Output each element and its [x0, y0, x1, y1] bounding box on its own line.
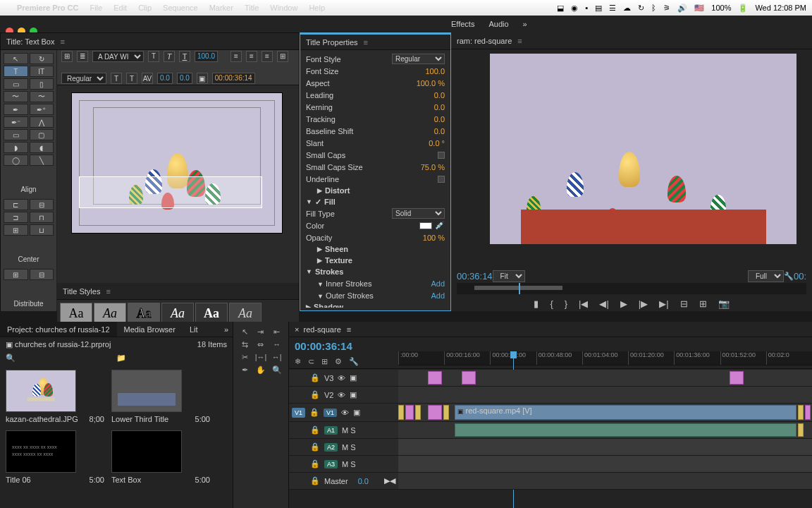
- font-weight-select[interactable]: Regular: [61, 73, 106, 84]
- clip[interactable]: [428, 371, 442, 385]
- tab-project[interactable]: Project: churches of russia-12: [0, 322, 117, 337]
- style-swatch[interactable]: Aa: [128, 303, 160, 324]
- panel-menu-icon[interactable]: ≡: [364, 38, 368, 47]
- track-select-fwd-icon[interactable]: ⇥: [254, 326, 269, 337]
- fill-type-select[interactable]: Solid: [392, 208, 445, 219]
- sheen-label[interactable]: Sheen: [325, 245, 348, 253]
- toggle-output-icon[interactable]: 👁: [341, 409, 349, 417]
- track-label[interactable]: V1: [324, 409, 337, 417]
- kerning-value[interactable]: 0.0: [434, 103, 445, 111]
- bluetooth-icon[interactable]: ᛒ: [651, 4, 656, 12]
- menu-help[interactable]: Help: [309, 4, 325, 12]
- expand-icon[interactable]: ▶: [306, 303, 311, 308]
- align-vcenter-icon[interactable]: ⊞: [4, 224, 28, 236]
- mute-solo[interactable]: M S: [342, 460, 356, 468]
- battery-icon[interactable]: 🔋: [738, 4, 748, 13]
- track-select-back-icon[interactable]: ⇤: [269, 326, 284, 337]
- project-item[interactable]: xxxx xx xxxx xx xxxxxxxx xxxxx xx xxxx T…: [6, 430, 104, 484]
- sync-lock-icon[interactable]: ▣: [350, 373, 357, 382]
- style-swatch[interactable]: Aa: [229, 303, 262, 324]
- lock-icon[interactable]: 🔒: [310, 390, 320, 399]
- settings-icon[interactable]: 🔧: [784, 272, 794, 281]
- search-icon[interactable]: 🔍: [6, 353, 16, 362]
- expand-icon[interactable]: ▶: [317, 187, 322, 194]
- panel-menu-icon[interactable]: ≡: [106, 287, 110, 296]
- linked-selection-icon[interactable]: ⊂: [308, 357, 314, 366]
- small-caps-size-value[interactable]: 75.0 %: [421, 163, 445, 171]
- tl-settings-icon[interactable]: ⚙: [335, 357, 342, 366]
- ripple-edit-icon[interactable]: ⇆: [238, 339, 252, 350]
- kern-val-1[interactable]: 0.0: [157, 73, 173, 84]
- text-box-selection[interactable]: [79, 176, 262, 208]
- mark-in-button[interactable]: {: [550, 298, 553, 309]
- collapse-icon[interactable]: ▼: [317, 281, 324, 288]
- volume-icon[interactable]: 🔊: [677, 4, 687, 13]
- color-swatch[interactable]: [419, 222, 432, 229]
- leading-value[interactable]: 0.0: [434, 91, 445, 99]
- project-item[interactable]: Text Box5:00: [111, 430, 210, 484]
- toggle-output-icon[interactable]: 👁: [338, 374, 345, 382]
- vertical-type-tool-icon[interactable]: IT: [30, 66, 54, 77]
- menu-window[interactable]: Window: [270, 4, 297, 12]
- align-top-icon[interactable]: ⊓: [30, 212, 54, 223]
- audio-clip[interactable]: [455, 423, 796, 437]
- tabs-overflow-icon[interactable]: »: [220, 325, 233, 334]
- extract-icon[interactable]: ⊞: [699, 298, 707, 309]
- area-type-tool-icon[interactable]: ▭: [4, 78, 28, 90]
- eyedropper-icon[interactable]: 💉: [435, 221, 445, 230]
- shadow-label[interactable]: Shadow: [314, 303, 343, 308]
- export-frame-icon[interactable]: 📷: [718, 298, 730, 309]
- menu-edit[interactable]: Edit: [113, 4, 127, 12]
- lock-icon[interactable]: 🔒: [310, 459, 320, 468]
- baseline-value[interactable]: 0.0: [434, 127, 445, 135]
- sync-icon[interactable]: ↻: [638, 4, 644, 13]
- wifi-icon[interactable]: ⚞: [663, 4, 670, 13]
- fit-select[interactable]: Fit: [493, 270, 525, 282]
- align-left-icon[interactable]: ⊏: [4, 199, 28, 210]
- sequence-name[interactable]: red-square: [304, 325, 341, 334]
- pen-tool-icon[interactable]: ✒: [4, 104, 28, 115]
- add-outer-stroke-link[interactable]: Add: [431, 291, 445, 300]
- align-right-text-icon[interactable]: ≡: [262, 51, 273, 62]
- mark-out-button[interactable]: }: [565, 298, 567, 309]
- style-swatch[interactable]: Aa: [94, 303, 126, 324]
- small-caps-icon[interactable]: T: [111, 73, 122, 84]
- ellipse-tool-icon[interactable]: ◯: [4, 155, 28, 166]
- rectangle-tool-icon[interactable]: ▭: [4, 129, 28, 140]
- strokes-label[interactable]: Strokes: [315, 267, 343, 276]
- hand-tool-icon[interactable]: ✋: [254, 364, 269, 375]
- close-sequence-icon[interactable]: ×: [295, 325, 299, 334]
- panel-menu-icon[interactable]: ≡: [347, 325, 351, 334]
- vertical-area-type-icon[interactable]: ▯: [30, 78, 54, 90]
- tracking-value[interactable]: 0.0: [434, 115, 445, 123]
- tab-media-browser[interactable]: Media Browser: [117, 322, 183, 337]
- rolling-edit-icon[interactable]: ⇔: [254, 339, 269, 350]
- track-label[interactable]: V2: [324, 391, 333, 399]
- fill-check-icon[interactable]: ✓: [315, 198, 321, 207]
- clip[interactable]: [398, 405, 404, 420]
- underline-icon[interactable]: T: [179, 51, 190, 62]
- clip-red-square[interactable]: ▣ red-square.mp4 [V]: [455, 405, 796, 420]
- menu-title[interactable]: Title: [245, 4, 259, 12]
- lock-icon[interactable]: 🔒: [310, 442, 320, 452]
- tabs-overflow-icon[interactable]: »: [523, 20, 527, 28]
- kerning-icon[interactable]: AV: [142, 73, 153, 84]
- center-v-icon[interactable]: ⊟: [30, 269, 54, 280]
- clip[interactable]: [405, 405, 414, 420]
- line-tool-icon[interactable]: ╲: [30, 155, 54, 166]
- timeline-timecode[interactable]: 00:00:36:14: [289, 337, 358, 355]
- go-to-out-icon[interactable]: ▶|: [659, 298, 668, 309]
- menu-file[interactable]: File: [90, 4, 102, 12]
- tab-audio[interactable]: Audio: [488, 20, 508, 28]
- font-style-select[interactable]: Regular: [392, 54, 445, 64]
- selection-tool-icon[interactable]: ↖: [4, 53, 28, 64]
- track-label[interactable]: A1: [324, 426, 338, 435]
- tab-libraries[interactable]: Lit: [183, 322, 205, 337]
- resolution-select[interactable]: Full: [748, 270, 784, 282]
- tray-icon-3[interactable]: ☰: [609, 4, 616, 13]
- rotate-tool-icon[interactable]: ↻: [30, 53, 54, 64]
- slant-value[interactable]: 0.0 °: [429, 139, 445, 147]
- show-video-icon[interactable]: ▣: [197, 73, 208, 84]
- title-canvas[interactable]: [71, 92, 283, 234]
- toggle-output-icon[interactable]: 👁: [338, 391, 345, 399]
